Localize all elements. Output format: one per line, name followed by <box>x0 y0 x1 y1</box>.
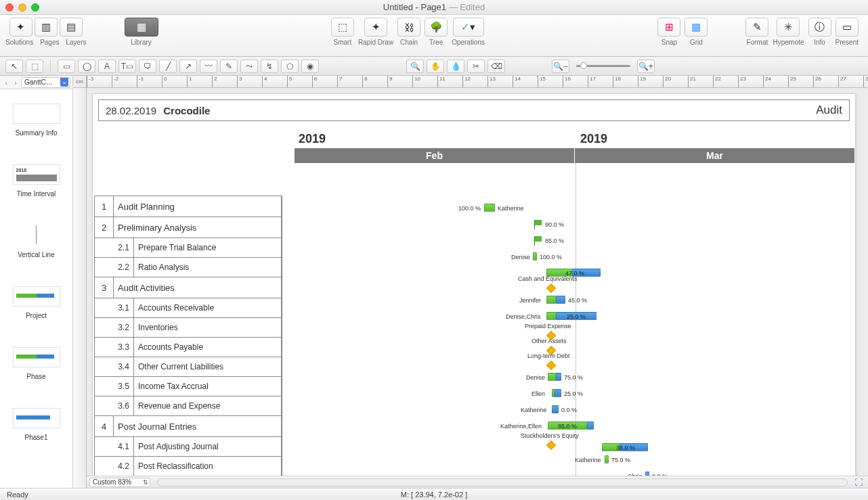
bar-pct: 25.0 % <box>564 390 583 397</box>
task-table: 1Audit Planning2Preliminary Analysis2.1P… <box>94 196 282 476</box>
task-label: Other Current Liabilities <box>134 357 282 376</box>
gantt-bar[interactable] <box>555 389 561 397</box>
info-button[interactable]: ⓘ <box>808 18 831 37</box>
task-num: 1 <box>95 196 114 217</box>
ellipse-tool[interactable]: ◯ <box>78 60 95 73</box>
rapid-draw-button[interactable]: ✦ <box>364 18 387 37</box>
pointer-tool[interactable]: ↖ <box>5 60 23 73</box>
task-row[interactable]: 3.2Inventories <box>95 318 282 338</box>
task-label: Income Tax Accrual <box>134 377 282 396</box>
chain-button[interactable]: ⛓ <box>397 18 420 37</box>
task-row[interactable]: 4Post Journal Entries <box>95 416 282 437</box>
gantt-bar[interactable] <box>552 405 559 413</box>
palette-item[interactable]: Vertical Line <box>0 211 72 272</box>
gantt-month-header: Feb Mar <box>295 148 855 163</box>
task-indent <box>95 238 114 257</box>
library-button[interactable]: ▦ <box>125 18 158 37</box>
tree-button[interactable]: 🌳 <box>425 18 448 37</box>
palette-item[interactable]: Phase1 <box>0 394 72 455</box>
shape-tool[interactable]: ⬠ <box>281 60 299 73</box>
task-indent <box>95 377 114 396</box>
palette-header: ‹ › GanttC… <box>0 76 72 89</box>
rect-tool[interactable]: ▭ <box>58 60 75 73</box>
task-row[interactable]: 3.1Accounts Receivable <box>95 298 282 318</box>
text-tool[interactable]: A <box>98 60 116 73</box>
marquee-tool[interactable]: ⬚ <box>26 60 43 73</box>
snap-label: Snap <box>661 39 677 46</box>
gantt-bar[interactable] <box>546 312 556 320</box>
gantt-bar[interactable] <box>484 204 495 212</box>
gantt-bar[interactable]: 85.0 % <box>548 422 587 430</box>
gantt-bar[interactable] <box>556 296 565 304</box>
pages-button[interactable]: ▥ <box>35 18 58 37</box>
gantt-bar[interactable]: 25.0 % <box>556 312 596 320</box>
fit-page-icon[interactable]: ⛶ <box>854 478 865 487</box>
horizontal-scrollbar[interactable] <box>157 478 848 486</box>
zoom-slider[interactable] <box>576 65 630 67</box>
gantt-bar[interactable] <box>533 252 537 260</box>
flag-icon <box>534 236 542 244</box>
grid-button[interactable]: ▦ <box>685 18 708 37</box>
task-row[interactable]: 3Audit Activities <box>95 277 282 298</box>
bezier-tool[interactable]: ⤳ <box>240 60 258 73</box>
solutions-button[interactable]: ✦ <box>9 18 32 37</box>
textbox-tool[interactable]: T▭ <box>118 60 136 73</box>
palette-item[interactable]: Summary Info <box>0 89 72 150</box>
zoom-in-button[interactable]: 🔍+ <box>637 60 655 73</box>
task-row[interactable]: 3.4Other Current Liabilities <box>95 357 282 377</box>
gantt-bar[interactable] <box>548 373 556 381</box>
gantt-bar[interactable]: 38.0 % <box>620 443 648 451</box>
task-row[interactable]: 2.2Ratio Analysis <box>95 258 282 277</box>
pages-label: Pages <box>40 39 59 46</box>
task-row[interactable]: 3.5Income Tax Accrual <box>95 377 282 396</box>
task-row[interactable]: 1Audit Planning <box>95 196 282 217</box>
palette-forward-icon[interactable]: › <box>12 78 20 87</box>
titlebar: Untitled - Page1 — Edited <box>0 0 868 15</box>
snap-button[interactable]: ⊞ <box>657 18 680 37</box>
curve-tool[interactable]: 〰 <box>200 60 217 73</box>
palette-item[interactable]: Project <box>0 272 72 333</box>
smart-button[interactable]: ⬚ <box>331 18 354 37</box>
line-tool[interactable]: ╱ <box>159 60 177 73</box>
eraser-tool[interactable]: ⌫ <box>487 60 505 73</box>
task-row[interactable]: 4.2Post Reclassification <box>95 457 282 476</box>
pen-tool[interactable]: ✎ <box>220 60 238 73</box>
task-num: 4 <box>95 416 114 436</box>
connector-tool[interactable]: ↯ <box>261 60 278 73</box>
task-row[interactable]: 2.1Prepare Trial Balance <box>95 238 282 258</box>
operations-button[interactable]: ✓▾ <box>453 18 484 37</box>
palette-item-label: Project <box>26 312 47 319</box>
crop-tool[interactable]: ✂ <box>467 60 485 73</box>
palette-back-icon[interactable]: ‹ <box>2 78 10 87</box>
canvas[interactable]: 28.02.2019 Crocodile Audit 2019 2019 Feb… <box>87 88 868 476</box>
layers-button[interactable]: ▤ <box>60 18 83 37</box>
gantt-bar[interactable] <box>546 296 556 304</box>
page-title-box: 28.02.2019 Crocodile Audit <box>98 99 850 121</box>
stamp-tool[interactable]: ◉ <box>301 60 319 73</box>
zoom-out-button[interactable]: 🔍− <box>552 60 569 73</box>
bar-pct: 75.0 % <box>564 374 583 381</box>
note-tool[interactable]: 🗨 <box>139 60 156 73</box>
palette-library-dropdown[interactable]: GanttC… <box>21 77 70 88</box>
task-row[interactable]: 3.6Revenue and Expense <box>95 396 282 416</box>
task-row[interactable]: 3.3Accounts Payable <box>95 338 282 357</box>
pan-tool[interactable]: ✋ <box>427 60 444 73</box>
library-palette: ‹ › GanttC… Summary Info 2010Time Interv… <box>0 76 73 488</box>
gantt-bar[interactable] <box>556 373 561 381</box>
status-ready: Ready <box>7 491 28 499</box>
task-row[interactable]: 2Preliminary Analysis <box>95 217 282 238</box>
format-button[interactable]: ✎ <box>745 18 768 37</box>
present-button[interactable]: ▭ <box>836 18 859 37</box>
palette-item[interactable]: Phase <box>0 333 72 394</box>
eyedropper-tool[interactable]: 💧 <box>447 60 464 73</box>
hypernote-button[interactable]: ✳ <box>777 18 800 37</box>
gantt-bar[interactable] <box>605 455 609 463</box>
gantt-bar[interactable] <box>587 422 594 430</box>
palette-item-label: Phase <box>26 373 45 380</box>
zoom-in-icon[interactable]: 🔍 <box>406 60 424 73</box>
palette-item[interactable]: 2010Time Interval <box>0 150 72 211</box>
zoom-select[interactable]: Custom 83% <box>89 478 150 487</box>
task-num: 2.2 <box>114 258 134 277</box>
arrow-tool[interactable]: ↗ <box>179 60 197 73</box>
task-row[interactable]: 4.1Post Adjusting Journal <box>95 437 282 457</box>
